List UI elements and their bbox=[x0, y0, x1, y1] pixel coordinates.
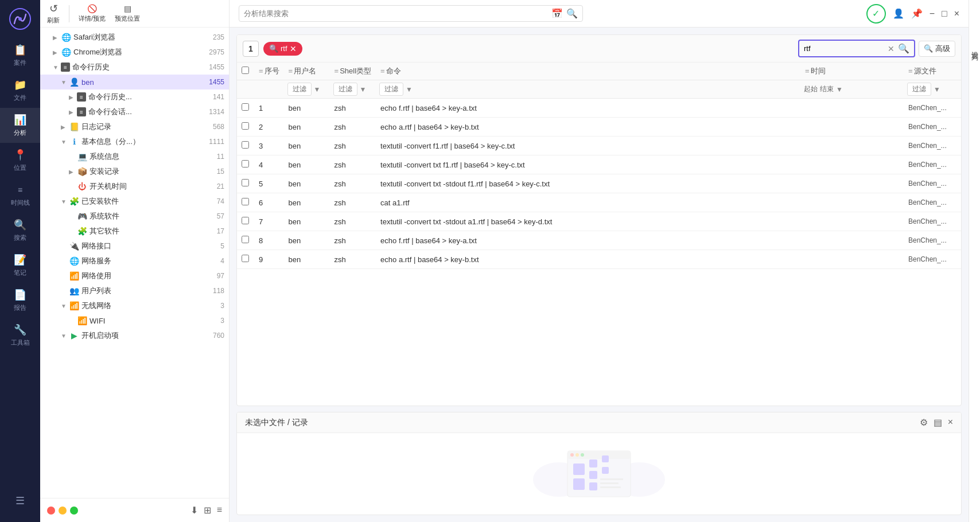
search-input[interactable] bbox=[244, 9, 548, 18]
row-checkbox[interactable] bbox=[242, 236, 249, 243]
footer-list-icon[interactable]: ≡ bbox=[217, 505, 222, 516]
pin-icon[interactable]: 📌 bbox=[911, 8, 923, 19]
chevron-icon: ▼ bbox=[61, 139, 69, 145]
table-row[interactable]: 3 ben zsh textutil -convert f1.rtf | bas… bbox=[237, 137, 961, 155]
tree-item-basicinfo[interactable]: ▼ ℹ 基本信息（分...） 1111 bbox=[40, 134, 229, 149]
filter-user-button[interactable]: 过滤 bbox=[287, 83, 312, 96]
tree-item-powertime[interactable]: ⏻ 开关机时间 21 bbox=[40, 179, 229, 194]
tree-item-software[interactable]: ▼ 🧩 已安装软件 74 bbox=[40, 194, 229, 209]
tree-item-cmdhistory[interactable]: ▼ ≡ 命令行历史 1455 bbox=[40, 60, 229, 75]
maximize-button[interactable]: □ bbox=[942, 9, 947, 19]
row-checkbox[interactable] bbox=[242, 122, 249, 130]
row-checkbox[interactable] bbox=[242, 255, 249, 262]
tree-item-other-software[interactable]: 🧩 其它软件 17 bbox=[40, 224, 229, 239]
footer-arrow-down-icon[interactable]: ⬇ bbox=[190, 505, 198, 516]
refresh-button[interactable]: ↺ 刷新 bbox=[47, 2, 60, 25]
dot-red[interactable] bbox=[47, 507, 55, 515]
calendar-icon[interactable]: 📅 bbox=[551, 8, 563, 19]
tree-item-sys-software[interactable]: 🎮 系统软件 57 bbox=[40, 209, 229, 224]
tree-count: 141 bbox=[213, 93, 224, 101]
sidebar-item-timeline[interactable]: ≡ 时间线 bbox=[0, 178, 40, 213]
sidebar-item-notes[interactable]: 📝 笔记 bbox=[0, 248, 40, 283]
tree-item-wireless[interactable]: ▼ 📶 无线网络 3 bbox=[40, 298, 229, 313]
table-row[interactable]: 7 ben zsh textutil -convert txt -stdout … bbox=[237, 212, 961, 231]
detail-preview-button[interactable]: 🚫 详情/预览 bbox=[79, 4, 106, 23]
row-time bbox=[800, 212, 904, 231]
close-button[interactable]: × bbox=[954, 9, 959, 19]
preview-pos-button[interactable]: ▤ 预览位置 bbox=[115, 4, 140, 23]
tree-label: 系统信息 bbox=[90, 151, 215, 162]
tree-item-cmdhistory-sub[interactable]: ▶ ≡ 命令行历史... 141 bbox=[40, 89, 229, 104]
filter-tag-close-icon[interactable]: ✕ bbox=[290, 44, 297, 53]
col-search-clear-icon[interactable]: ✕ bbox=[888, 44, 895, 53]
row-shell: zsh bbox=[330, 174, 376, 193]
row-checkbox[interactable] bbox=[242, 179, 249, 186]
table-row[interactable]: 8 ben zsh echo f.rtf | base64 > key-a.tx… bbox=[237, 231, 961, 250]
tree-item-netusage[interactable]: 📶 网络使用 97 bbox=[40, 268, 229, 283]
col-search-input[interactable] bbox=[804, 44, 884, 53]
dot-blue[interactable] bbox=[70, 507, 78, 515]
sidebar-item-tools[interactable]: 🔧 工具箱 bbox=[0, 318, 40, 353]
col-search-go-icon[interactable]: 🔍 bbox=[898, 43, 909, 54]
settings-column-label[interactable]: 设置列 bbox=[970, 46, 979, 49]
sidebar-item-location[interactable]: 📍 位置 bbox=[0, 143, 40, 178]
verify-circle-button[interactable]: ✓ bbox=[866, 4, 886, 24]
sidebar-item-report[interactable]: 📄 报告 bbox=[0, 283, 40, 318]
filter-cmd-icon[interactable]: ▼ bbox=[406, 85, 413, 94]
dot-yellow[interactable] bbox=[59, 507, 67, 515]
tree-item-cmdsession[interactable]: ▶ ≡ 命令行会话... 1314 bbox=[40, 104, 229, 119]
sidebar-item-case[interactable]: 📋 案件 bbox=[0, 38, 40, 73]
filter-time-icon[interactable]: ▼ bbox=[836, 85, 843, 94]
tree-item-sysinfo[interactable]: 💻 系统信息 11 bbox=[40, 149, 229, 164]
row-src: BenChen_... bbox=[904, 174, 961, 193]
advanced-search-button[interactable]: 🔍 高级 bbox=[919, 41, 955, 57]
table-row[interactable]: 9 ben zsh echo a.rtf | base64 > key-b.tx… bbox=[237, 250, 961, 269]
sidebar-menu-button[interactable]: ☰ bbox=[0, 489, 40, 513]
bottom-settings-icon[interactable]: ⚙ bbox=[920, 417, 928, 428]
tree-item-chrome[interactable]: ▶ 🌐 Chrome浏览器 2975 bbox=[40, 45, 229, 60]
table-row[interactable]: 6 ben zsh cat a1.rtf BenChen_... bbox=[237, 193, 961, 212]
row-checkbox[interactable] bbox=[242, 160, 249, 167]
install-icon: 📦 bbox=[77, 166, 87, 177]
row-checkbox[interactable] bbox=[242, 217, 249, 224]
tree-item-netinterface[interactable]: 🔌 网络接口 5 bbox=[40, 239, 229, 254]
tree-item-userlist[interactable]: 👥 用户列表 118 bbox=[40, 283, 229, 298]
row-shell: zsh bbox=[330, 99, 376, 118]
row-checkbox[interactable] bbox=[242, 103, 249, 111]
select-all-checkbox[interactable] bbox=[242, 67, 249, 74]
tree-item-wifi[interactable]: 📶 WIFI 3 bbox=[40, 313, 229, 328]
search-icon[interactable]: 🔍 bbox=[566, 8, 578, 19]
user-icon[interactable]: 👤 bbox=[893, 8, 904, 19]
table-row[interactable]: 2 ben zsh echo a.rtf | base64 > key-b.tx… bbox=[237, 118, 961, 137]
tree-item-startup[interactable]: ▼ ▶ 开机启动项 760 bbox=[40, 328, 229, 343]
row-checkbox[interactable] bbox=[242, 198, 249, 205]
bottom-close-icon[interactable]: × bbox=[948, 417, 953, 428]
sidebar-label-notes: 笔记 bbox=[14, 268, 26, 277]
notes-icon: 📝 bbox=[14, 254, 26, 266]
filter-src-icon[interactable]: ▼ bbox=[934, 85, 940, 94]
filter-shell-icon[interactable]: ▼ bbox=[360, 85, 367, 94]
table-row[interactable]: 1 ben zsh echo f.rtf | base64 > key-a.tx… bbox=[237, 99, 961, 118]
sidebar-item-analyze[interactable]: 📊 分析 bbox=[0, 108, 40, 143]
footer-grid-icon[interactable]: ⊞ bbox=[204, 505, 211, 516]
row-time bbox=[800, 250, 904, 269]
minimize-button[interactable]: − bbox=[930, 9, 935, 19]
tree-item-safari[interactable]: ▶ 🌐 Safari浏览器 235 bbox=[40, 30, 229, 45]
tree-item-install[interactable]: ▶ 📦 安装记录 15 bbox=[40, 164, 229, 179]
filter-shell-button[interactable]: 过滤 bbox=[333, 83, 357, 96]
tree-item-ben[interactable]: ▼ 👤 ben 1455 bbox=[40, 75, 229, 89]
table-row[interactable]: 4 ben zsh textutil -convert txt f1.rtf |… bbox=[237, 155, 961, 174]
filter-src-button[interactable]: 过滤 bbox=[907, 83, 931, 96]
table-row[interactable]: 5 ben zsh textutil -convert txt -stdout … bbox=[237, 174, 961, 193]
tree-label: 开机启动项 bbox=[81, 330, 211, 341]
filter-tag[interactable]: 🔍 rtf ✕ bbox=[263, 42, 302, 56]
chevron-icon bbox=[69, 318, 77, 324]
sidebar-item-search[interactable]: 🔍 搜索 bbox=[0, 213, 40, 248]
bottom-layout-icon[interactable]: ▤ bbox=[934, 417, 942, 428]
filter-user-icon[interactable]: ▼ bbox=[314, 85, 321, 94]
tree-item-logs[interactable]: ▶ 📒 日志记录 568 bbox=[40, 119, 229, 134]
tree-item-netservice[interactable]: 🌐 网络服务 4 bbox=[40, 254, 229, 268]
sidebar-item-file[interactable]: 📁 文件 bbox=[0, 73, 40, 108]
filter-cmd-button[interactable]: 过滤 bbox=[379, 83, 403, 96]
row-checkbox[interactable] bbox=[242, 141, 249, 149]
